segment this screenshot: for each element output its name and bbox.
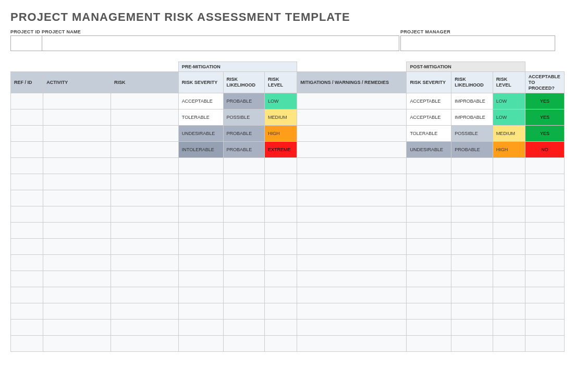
empty-cell[interactable] xyxy=(407,336,451,352)
empty-cell[interactable] xyxy=(11,287,43,303)
empty-cell[interactable] xyxy=(111,320,178,336)
empty-cell[interactable] xyxy=(407,206,451,223)
pre-level-cell[interactable]: MEDIUM xyxy=(264,109,297,126)
empty-cell[interactable] xyxy=(11,320,43,336)
pre-level-cell[interactable]: HIGH xyxy=(264,126,297,142)
empty-cell[interactable] xyxy=(43,303,111,320)
empty-cell[interactable] xyxy=(178,239,223,255)
empty-cell[interactable] xyxy=(264,271,297,287)
empty-cell[interactable] xyxy=(178,287,223,303)
activity-cell[interactable] xyxy=(43,109,111,126)
activity-cell[interactable] xyxy=(43,93,111,109)
empty-cell[interactable] xyxy=(178,223,223,239)
empty-cell[interactable] xyxy=(451,206,493,223)
project-name-input[interactable] xyxy=(42,35,399,51)
empty-cell[interactable] xyxy=(451,239,493,255)
empty-cell[interactable] xyxy=(451,271,493,287)
empty-cell[interactable] xyxy=(264,174,297,190)
empty-cell[interactable] xyxy=(223,287,264,303)
mitigations-cell[interactable] xyxy=(297,142,407,158)
post-severity-cell[interactable]: ACCEPTABLE xyxy=(407,109,451,126)
empty-cell[interactable] xyxy=(11,239,43,255)
empty-cell[interactable] xyxy=(525,255,564,271)
empty-cell[interactable] xyxy=(525,239,564,255)
empty-cell[interactable] xyxy=(407,320,451,336)
empty-cell[interactable] xyxy=(178,190,223,206)
empty-cell[interactable] xyxy=(407,223,451,239)
empty-cell[interactable] xyxy=(264,190,297,206)
empty-cell[interactable] xyxy=(451,223,493,239)
post-severity-cell[interactable]: TOLERABLE xyxy=(407,126,451,142)
empty-cell[interactable] xyxy=(111,255,178,271)
post-level-cell[interactable]: LOW xyxy=(493,93,525,109)
empty-cell[interactable] xyxy=(11,206,43,223)
empty-cell[interactable] xyxy=(223,223,264,239)
empty-cell[interactable] xyxy=(178,303,223,320)
empty-cell[interactable] xyxy=(493,271,525,287)
mitigations-cell[interactable] xyxy=(297,93,407,109)
empty-cell[interactable] xyxy=(451,174,493,190)
empty-cell[interactable] xyxy=(111,223,178,239)
empty-cell[interactable] xyxy=(43,223,111,239)
empty-cell[interactable] xyxy=(111,206,178,223)
empty-cell[interactable] xyxy=(451,255,493,271)
empty-cell[interactable] xyxy=(525,287,564,303)
risk-cell[interactable] xyxy=(111,142,178,158)
risk-cell[interactable] xyxy=(111,109,178,126)
empty-cell[interactable] xyxy=(297,320,407,336)
empty-cell[interactable] xyxy=(451,190,493,206)
mitigations-cell[interactable] xyxy=(297,109,407,126)
pre-severity-cell[interactable]: ACCEPTABLE xyxy=(178,93,223,109)
empty-cell[interactable] xyxy=(11,271,43,287)
empty-cell[interactable] xyxy=(451,320,493,336)
pre-level-cell[interactable]: EXTREME xyxy=(264,142,297,158)
empty-cell[interactable] xyxy=(11,303,43,320)
empty-cell[interactable] xyxy=(111,190,178,206)
empty-cell[interactable] xyxy=(451,303,493,320)
empty-cell[interactable] xyxy=(525,223,564,239)
empty-cell[interactable] xyxy=(493,206,525,223)
empty-cell[interactable] xyxy=(297,223,407,239)
empty-cell[interactable] xyxy=(264,158,297,174)
empty-cell[interactable] xyxy=(297,190,407,206)
empty-cell[interactable] xyxy=(223,190,264,206)
empty-cell[interactable] xyxy=(111,239,178,255)
empty-cell[interactable] xyxy=(111,287,178,303)
post-likelihood-cell[interactable]: PROBABLE xyxy=(451,142,493,158)
empty-cell[interactable] xyxy=(178,271,223,287)
post-level-cell[interactable]: MEDIUM xyxy=(493,126,525,142)
activity-cell[interactable] xyxy=(43,142,111,158)
empty-cell[interactable] xyxy=(43,287,111,303)
empty-cell[interactable] xyxy=(178,206,223,223)
empty-cell[interactable] xyxy=(451,336,493,352)
empty-cell[interactable] xyxy=(407,255,451,271)
ref-cell[interactable] xyxy=(11,109,43,126)
mitigations-cell[interactable] xyxy=(297,126,407,142)
empty-cell[interactable] xyxy=(525,174,564,190)
empty-cell[interactable] xyxy=(493,223,525,239)
empty-cell[interactable] xyxy=(223,206,264,223)
empty-cell[interactable] xyxy=(111,174,178,190)
empty-cell[interactable] xyxy=(264,206,297,223)
empty-cell[interactable] xyxy=(297,303,407,320)
empty-cell[interactable] xyxy=(493,158,525,174)
empty-cell[interactable] xyxy=(297,174,407,190)
risk-cell[interactable] xyxy=(111,126,178,142)
empty-cell[interactable] xyxy=(297,255,407,271)
empty-cell[interactable] xyxy=(297,271,407,287)
empty-cell[interactable] xyxy=(178,336,223,352)
empty-cell[interactable] xyxy=(264,320,297,336)
empty-cell[interactable] xyxy=(223,303,264,320)
empty-cell[interactable] xyxy=(178,255,223,271)
pre-likelihood-cell[interactable]: PROBABLE xyxy=(223,93,264,109)
post-likelihood-cell[interactable]: IMPROBABLE xyxy=(451,109,493,126)
empty-cell[interactable] xyxy=(493,320,525,336)
post-level-cell[interactable]: LOW xyxy=(493,109,525,126)
empty-cell[interactable] xyxy=(525,320,564,336)
empty-cell[interactable] xyxy=(297,158,407,174)
pre-severity-cell[interactable]: UNDESIRABLE xyxy=(178,126,223,142)
empty-cell[interactable] xyxy=(223,320,264,336)
empty-cell[interactable] xyxy=(407,239,451,255)
empty-cell[interactable] xyxy=(223,336,264,352)
empty-cell[interactable] xyxy=(111,271,178,287)
